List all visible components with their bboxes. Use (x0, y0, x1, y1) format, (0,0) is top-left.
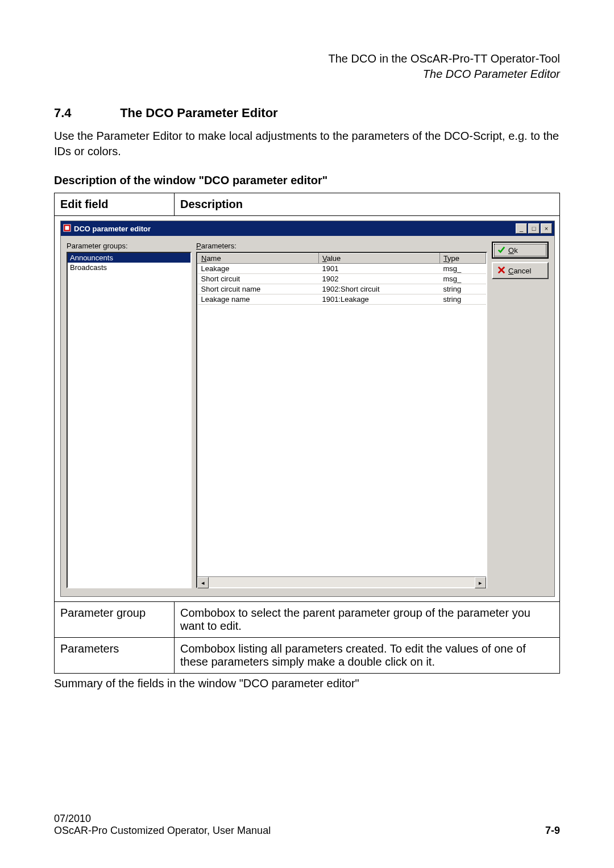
cancel-button[interactable]: Cancel (492, 262, 549, 279)
table-row[interactable]: Short circuit name1902:Short circuitstri… (198, 284, 486, 294)
col-value[interactable]: Value (318, 254, 439, 264)
titlebar[interactable]: DCO parameter editor _ □ × (61, 221, 554, 236)
ok-button[interactable]: Ok (492, 242, 549, 259)
app-icon (63, 224, 71, 234)
table-row[interactable]: Leakage name1901:Leakagestring (198, 294, 486, 305)
desc-row-field: Parameters (55, 638, 175, 674)
maximize-button[interactable]: □ (528, 223, 540, 234)
footer-date: 07/2010 (54, 813, 271, 825)
list-item[interactable]: Announcents (68, 253, 190, 263)
param-groups-label: Parameter groups: (67, 242, 192, 250)
col-name[interactable]: Name (198, 254, 319, 264)
table-caption: Summary of the fields in the window "DCO… (54, 677, 560, 690)
header-line1: The DCO in the OScAR-Pro-TT Operator-Too… (54, 51, 560, 67)
param-groups-listbox[interactable]: Announcents Broadcasts (67, 252, 192, 588)
table-row[interactable]: Short circuit1902msg_ (198, 274, 486, 284)
section-title: The DCO Parameter Editor (120, 106, 278, 120)
dco-window: DCO parameter editor _ □ × Parameter gro… (60, 221, 555, 597)
parameters-label: Parameters: (196, 242, 487, 250)
section-intro: Use the Parameter Editor to make local a… (54, 128, 560, 159)
scroll-right-icon[interactable]: ▸ (475, 577, 486, 588)
desc-th-desc: Description (175, 193, 560, 216)
footer-doc: OScAR-Pro Customized Operator, User Manu… (54, 825, 271, 837)
section-subhead: Description of the window "DCO parameter… (54, 174, 560, 187)
x-icon (497, 266, 505, 276)
minimize-button[interactable]: _ (516, 223, 527, 234)
desc-th-field: Edit field (55, 193, 175, 216)
description-table: Edit field Description DCO parameter edi… (54, 193, 560, 674)
horizontal-scrollbar[interactable]: ◂ ▸ (197, 576, 486, 587)
scroll-left-icon[interactable]: ◂ (197, 577, 209, 588)
col-type[interactable]: Type (439, 254, 486, 264)
page-number: 7-9 (545, 825, 560, 837)
list-item[interactable]: Broadcasts (68, 263, 190, 272)
desc-row-desc: Combobox listing all parameters created.… (175, 638, 560, 674)
page-header: The DCO in the OScAR-Pro-TT Operator-Too… (54, 51, 560, 82)
screenshot-cell: DCO parameter editor _ □ × Parameter gro… (55, 216, 560, 602)
table-row[interactable]: Leakage1901msg_ (198, 264, 486, 274)
page-footer: 07/2010 OScAR-Pro Customized Operator, U… (54, 813, 560, 837)
desc-row-desc: Combobox to select the parent parameter … (175, 602, 560, 638)
header-line2: The DCO Parameter Editor (54, 67, 560, 82)
window-title: DCO parameter editor (74, 225, 151, 233)
svg-rect-1 (65, 226, 69, 230)
parameters-grid[interactable]: Name Value Type Leakage1901msg_ (196, 252, 487, 588)
section-heading: 7.4 The DCO Parameter Editor (54, 106, 560, 121)
check-icon (497, 246, 505, 255)
close-button[interactable]: × (541, 223, 552, 234)
desc-row-field: Parameter group (55, 602, 175, 638)
section-number: 7.4 (54, 106, 117, 121)
